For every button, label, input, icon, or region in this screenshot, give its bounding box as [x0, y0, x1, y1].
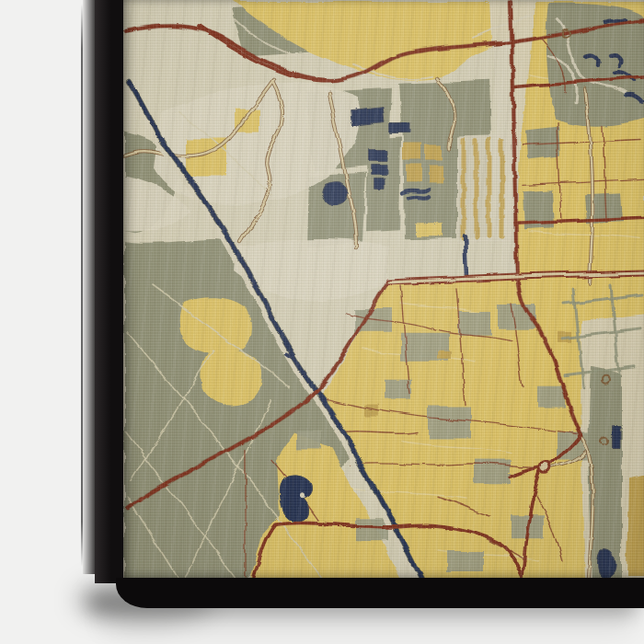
- canvas-grain-overlay: [123, 0, 644, 578]
- map-canvas-print: [123, 0, 644, 578]
- frame-gap-shadow: [83, 0, 96, 574]
- frame-side-panel: [95, 0, 124, 583]
- frame-bottom-panel: [116, 578, 644, 608]
- product-photo-stage: [0, 0, 644, 644]
- map-art-svg: [123, 0, 644, 578]
